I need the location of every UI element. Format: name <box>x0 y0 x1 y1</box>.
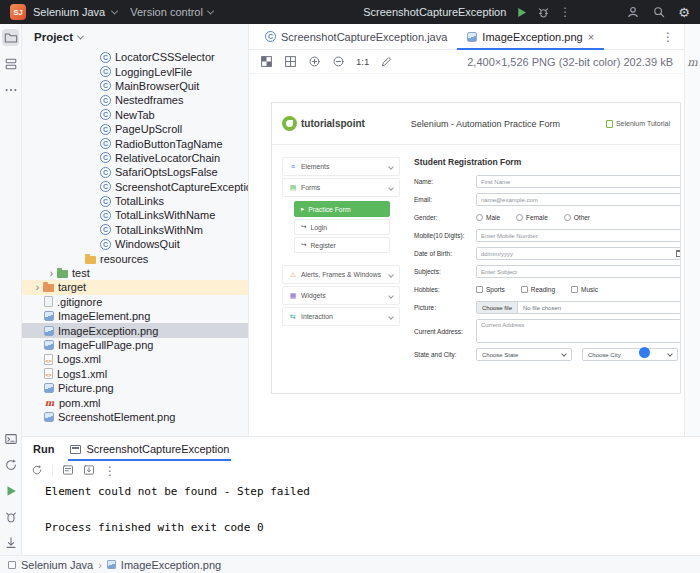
close-tab-icon[interactable] <box>588 31 594 43</box>
more-run-options-icon[interactable] <box>559 5 571 19</box>
tree-item[interactable]: WindowsQuit <box>22 237 248 251</box>
subjects-input[interactable] <box>476 265 681 278</box>
user-icon[interactable] <box>626 5 640 19</box>
settings-gear-icon[interactable]: ⚙ <box>678 6 690 19</box>
vcs-widget[interactable]: Version control <box>130 6 213 18</box>
edit-externally-pencil-icon[interactable] <box>380 55 393 68</box>
state-select[interactable]: Choose State <box>476 348 572 361</box>
tree-item[interactable]: TotalLinksWithName <box>22 208 248 222</box>
run-button[interactable] <box>515 6 528 19</box>
debug-toolwindow-icon[interactable] <box>2 508 19 525</box>
breadcrumb-project[interactable]: Selenium Java <box>21 559 93 571</box>
tree-item[interactable]: TotalLinksWithNm <box>22 223 248 237</box>
tab-options-kebab-icon[interactable] <box>662 30 684 44</box>
actual-size-button[interactable]: 1:1 <box>356 56 369 67</box>
project-badge[interactable]: SJ <box>10 4 26 20</box>
image-canvas[interactable]: tutorialspoint Selenium - Automation Pra… <box>249 74 684 436</box>
tree-item[interactable]: LoggingLevlFile <box>22 64 248 78</box>
chevron-right-icon[interactable] <box>32 282 43 293</box>
file-upload-control[interactable]: Choose file No file chosen <box>476 301 681 314</box>
breadcrumb-separator <box>98 559 102 571</box>
current-address-textarea[interactable] <box>476 319 681 343</box>
tree-item[interactable]: TotalLinks <box>22 194 248 208</box>
xml-file-icon <box>44 368 53 379</box>
terminal-toolwindow-icon[interactable] <box>2 430 19 447</box>
tree-item[interactable]: RadioButtonTagName <box>22 136 248 150</box>
date-of-birth-input[interactable] <box>476 247 681 260</box>
tree-item[interactable]: Picture.png <box>22 381 248 395</box>
java-class-icon <box>265 31 276 42</box>
city-select[interactable]: Choose City <box>582 348 678 361</box>
chevron-down-icon <box>111 7 118 14</box>
scroll-down-icon[interactable] <box>2 534 19 551</box>
class-icon <box>100 210 111 221</box>
tree-item[interactable]: ImageElement.png <box>22 309 248 323</box>
tree-item[interactable]: ImageFullPage.png <box>22 338 248 352</box>
project-toolwindow-icon[interactable] <box>2 29 19 46</box>
chevron-down-icon <box>388 185 394 191</box>
mobile-input[interactable] <box>476 229 681 242</box>
xml-file-icon <box>44 354 53 365</box>
file-status-text: No file chosen <box>518 305 566 311</box>
tree-item[interactable]: Nestedframes <box>22 93 248 107</box>
project-name-menu[interactable]: Selenium Java <box>33 6 105 18</box>
tree-item[interactable]: RelativeLocatorChain <box>22 151 248 165</box>
tree-item[interactable]: Logs1.xml <box>22 367 248 381</box>
grid-icon[interactable] <box>284 55 297 68</box>
chevron-right-icon[interactable] <box>46 268 57 279</box>
tree-item[interactable]: resources <box>22 251 248 265</box>
console-more-icon[interactable] <box>104 461 116 479</box>
reading-checkbox[interactable] <box>521 286 528 293</box>
run-console[interactable]: Element could not be found - Step failed… <box>22 479 700 555</box>
email-input[interactable] <box>476 193 681 206</box>
zoom-out-icon[interactable] <box>332 55 345 68</box>
calendar-icon[interactable] <box>676 250 681 257</box>
female-radio[interactable] <box>516 214 523 221</box>
scroll-to-end-icon[interactable] <box>83 464 95 476</box>
sports-checkbox[interactable] <box>476 286 483 293</box>
search-icon[interactable] <box>652 5 666 19</box>
tree-item[interactable]: MainBrowserQuit <box>22 79 248 93</box>
tree-item[interactable]: ScreenshotElement.png <box>22 410 248 424</box>
forms-submenu: ▸Practice Form ↪Login ↪Register <box>282 199 400 257</box>
tree-item[interactable]: PageUpScroll <box>22 122 248 136</box>
left-toolwindow-bar <box>0 24 22 555</box>
music-checkbox[interactable] <box>571 286 578 293</box>
tree-item[interactable]: NewTab <box>22 108 248 122</box>
tree-item[interactable]: .gitignore <box>22 295 248 309</box>
excluded-folder-icon <box>43 284 54 292</box>
rerun-icon[interactable] <box>2 456 19 473</box>
picture-label: Picture: <box>414 304 476 311</box>
commit-toolwindow-icon[interactable] <box>2 55 19 72</box>
tree-item[interactable]: Logs.xml <box>22 352 248 366</box>
project-panel-header[interactable]: Project <box>22 24 248 50</box>
run-configuration-name[interactable]: ScreenshotCaptureException <box>363 6 506 18</box>
run-panel-title[interactable]: Run <box>33 443 54 455</box>
image-file-icon <box>107 560 116 569</box>
other-radio[interactable] <box>564 214 571 221</box>
tree-item[interactable]: test <box>22 266 248 280</box>
tree-item[interactable]: LocatorCSSSelector <box>22 50 248 64</box>
choose-file-button[interactable]: Choose file <box>477 302 518 313</box>
tree-item-selected[interactable]: ImageException.png <box>22 323 248 337</box>
male-radio[interactable] <box>476 214 483 221</box>
tab-screenshotcaptureexception-java[interactable]: ScreenshotCaptureException.java <box>255 24 457 49</box>
checkerboard-icon[interactable] <box>260 55 273 68</box>
breadcrumb-file[interactable]: ImageException.png <box>121 559 221 571</box>
debug-button[interactable] <box>537 6 550 19</box>
tree-item[interactable]: pom.xml <box>22 395 248 409</box>
tree-item[interactable]: ScreenshotCaptureException <box>22 180 248 194</box>
zoom-in-icon[interactable] <box>308 55 321 68</box>
first-name-input[interactable] <box>476 175 681 188</box>
tree-item[interactable]: target <box>22 280 248 294</box>
rerun-icon[interactable] <box>31 464 43 476</box>
tree-item[interactable]: SafariOptsLogsFalse <box>22 165 248 179</box>
tab-imageexception-png[interactable]: ImageException.png <box>457 24 604 49</box>
maven-toolwindow-icon[interactable]: m <box>687 56 697 69</box>
run-tab[interactable]: ScreenshotCaptureException <box>68 437 231 461</box>
more-toolwindows-icon[interactable] <box>2 81 19 98</box>
soft-wrap-icon[interactable] <box>62 464 74 476</box>
title-bar: SJ Selenium Java Version control Screens… <box>0 0 700 24</box>
menu-practice-form: ▸Practice Form <box>294 201 390 217</box>
run-toolwindow-icon[interactable] <box>2 482 19 499</box>
